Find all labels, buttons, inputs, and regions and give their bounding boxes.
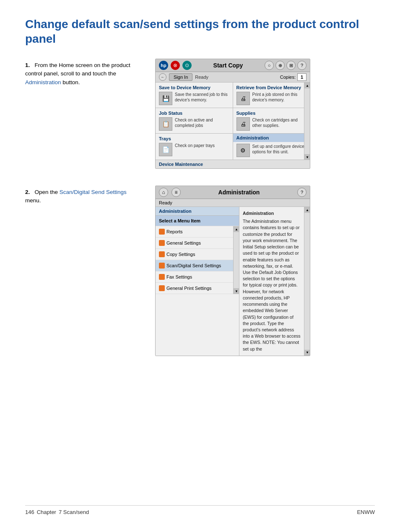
cp-signin-bar: ← Sign In Ready Copies: 1 — [156, 72, 310, 83]
cell-title-trays: Trays — [159, 136, 229, 141]
signin-button[interactable]: Sign In — [169, 73, 192, 81]
cell-supplies[interactable]: Supplies 🖨 Check on cartridges and other… — [233, 108, 310, 133]
copy-settings-label: Copy Settings — [166, 252, 195, 257]
scroll-up-icon[interactable]: ▲ — [304, 83, 310, 88]
cell-title-admin: Administration — [233, 134, 310, 142]
grid-icon[interactable]: ⊞ — [286, 61, 296, 70]
adm-title: Administration — [184, 189, 294, 196]
cp-right-icons: ○ ⊕ ⊞ ? — [265, 61, 306, 70]
step-2-number: 2. — [25, 189, 30, 195]
adm-help-icon[interactable]: ? — [297, 188, 306, 197]
cell-save-to-device[interactable]: Save to Device Memory 💾 Save the scanned… — [156, 83, 233, 108]
step-1-link[interactable]: Administration — [25, 79, 61, 85]
step-1-text-before: From the Home screen on the product cont… — [25, 62, 130, 77]
scroll-down-icon[interactable]: ▼ — [304, 154, 310, 160]
cell-desc-supplies: Check on cartridges and other supplies. — [252, 117, 307, 128]
cell-title-save: Save to Device Memory — [159, 85, 229, 90]
footer-chapter-label: Chapter — [37, 509, 56, 515]
adm-right-scrollbar: ▲ ▼ — [304, 207, 310, 356]
supplies-icon: 🖨 — [236, 117, 250, 131]
cell-desc-save: Save the scanned job to this device's me… — [175, 92, 229, 103]
adm-menu-reports[interactable]: Reports — [156, 226, 233, 238]
cp-grid: Save to Device Memory 💾 Save the scanned… — [156, 83, 310, 160]
retrieve-icon: 🖨 — [236, 92, 250, 105]
cell-desc-retrieve: Print a job stored on this device's memo… — [252, 92, 307, 103]
footer-item: Device Maintenance — [159, 162, 203, 167]
footer-left: 146 Chapter 7 Scan/send — [25, 509, 89, 515]
step-2-block: 2. Open the Scan/Digital Send Settings m… — [25, 186, 375, 356]
cell-row-jobstatus: 📋 Check on active and completed jobs — [159, 117, 229, 131]
step-2-text: 2. Open the Scan/Digital Send Settings m… — [25, 186, 143, 205]
page-footer: 146 Chapter 7 Scan/send ENWW — [25, 505, 375, 515]
back-icon[interactable]: ○ — [265, 61, 274, 70]
save-icon: 💾 — [159, 92, 172, 105]
status-text: Ready — [195, 75, 208, 80]
trays-icon: 📄 — [159, 143, 172, 156]
adm-menu-fax-settings[interactable]: Fax Settings — [156, 271, 233, 283]
adm-right-title: Administration — [243, 210, 301, 217]
question-icon[interactable]: ? — [297, 61, 306, 70]
home-icon[interactable]: ⊙ — [182, 61, 192, 70]
adm-home-icon[interactable]: ⌂ — [159, 188, 168, 197]
cp-topbar: hp ⊗ ⊙ Start Copy ○ ⊕ ⊞ ? — [156, 59, 310, 72]
select-label: Select a Menu Item — [159, 218, 200, 223]
reports-icon — [159, 229, 165, 235]
adm-menu-general-settings[interactable]: General Settings — [156, 238, 233, 249]
print-settings-label: General Print Settings — [166, 286, 212, 291]
adm-body: Administration Select a Menu Item Report… — [156, 207, 310, 356]
cp-footer: Device Maintenance — [156, 160, 310, 168]
menu-list: Reports General Settings Copy Settings — [156, 226, 233, 294]
adm-nav-icon[interactable]: ≡ — [171, 188, 181, 197]
cell-job-status[interactable]: Job Status 📋 Check on active and complet… — [156, 108, 233, 133]
cell-administration[interactable]: Administration ⚙ Set up and configure de… — [233, 134, 310, 160]
step-1-number: 1. — [25, 62, 30, 68]
cell-trays[interactable]: Trays 📄 Check on paper trays — [156, 134, 233, 160]
adm-scroll-up[interactable]: ▲ — [234, 226, 239, 232]
fax-settings-icon — [159, 274, 165, 280]
adm-menu-print-settings[interactable]: General Print Settings — [156, 283, 233, 294]
back-btn[interactable]: ← — [159, 73, 166, 81]
footer-page-number: 146 — [25, 509, 34, 515]
cell-title-jobstatus: Job Status — [159, 111, 229, 116]
adm-topbar: ⌂ ≡ Administration ? — [156, 186, 310, 199]
adm-right-panel: Administration The Administration menu c… — [239, 207, 304, 356]
adm-section-title: Administration — [156, 207, 239, 216]
copies-label: Copies: — [280, 75, 296, 80]
cell-desc-admin: Set up and configure device options for … — [252, 144, 307, 155]
screen2-mockup: ⌂ ≡ Administration ? Ready Administratio… — [155, 186, 310, 356]
print-settings-icon — [159, 285, 165, 291]
adm-right-scroll-up[interactable]: ▲ — [304, 207, 310, 213]
scan-settings-icon — [159, 263, 165, 269]
copy-settings-icon — [159, 251, 165, 257]
adm-menu-copy-settings[interactable]: Copy Settings — [156, 249, 233, 260]
hp-logo: hp — [159, 61, 168, 70]
cell-row-retrieve: 🖨 Print a job stored on this device's me… — [236, 92, 307, 105]
cell-row-save: 💾 Save the scanned job to this device's … — [159, 92, 229, 105]
screen1-mockup: hp ⊗ ⊙ Start Copy ○ ⊕ ⊞ ? ← Sign In Read… — [155, 59, 310, 169]
adm-menu-scan-settings[interactable]: Scan/Digital Send Settings — [156, 260, 233, 271]
adm-left-scrollbar: ▲ ▼ — [233, 226, 239, 294]
general-settings-label: General Settings — [166, 240, 201, 245]
adm-menu-select: Select a Menu Item — [156, 216, 239, 226]
admin-icon: ⚙ — [236, 144, 250, 157]
stop-icon[interactable]: ⊗ — [171, 61, 180, 70]
adm-scroll-down[interactable]: ▼ — [234, 288, 239, 294]
cell-row-supplies: 🖨 Check on cartridges and other supplies… — [236, 117, 307, 131]
step-2-text-after: menu. — [25, 197, 41, 204]
help-icon[interactable]: ⊕ — [275, 61, 285, 70]
adm-ready: Ready — [156, 199, 310, 207]
copies-area: Copies: 1 — [280, 73, 306, 81]
reports-label: Reports — [166, 229, 183, 234]
fax-settings-label: Fax Settings — [166, 274, 192, 279]
cell-retrieve[interactable]: Retrieve from Device Memory 🖨 Print a jo… — [233, 83, 310, 108]
adm-right-text: The Administration menu contains feature… — [243, 218, 301, 352]
footer-chapter-text: 7 Scan/send — [59, 509, 89, 515]
jobstatus-icon: 📋 — [159, 117, 172, 131]
adm-right-scroll-down[interactable]: ▼ — [304, 350, 310, 356]
step-2-text-before: Open the — [35, 189, 60, 195]
step-2-link[interactable]: Scan/Digital Send Settings — [60, 189, 127, 195]
footer-right-text: ENWW — [357, 509, 375, 515]
copies-value[interactable]: 1 — [297, 73, 306, 81]
cell-title-retrieve: Retrieve from Device Memory — [236, 85, 307, 90]
cell-desc-trays: Check on paper trays — [175, 143, 215, 148]
